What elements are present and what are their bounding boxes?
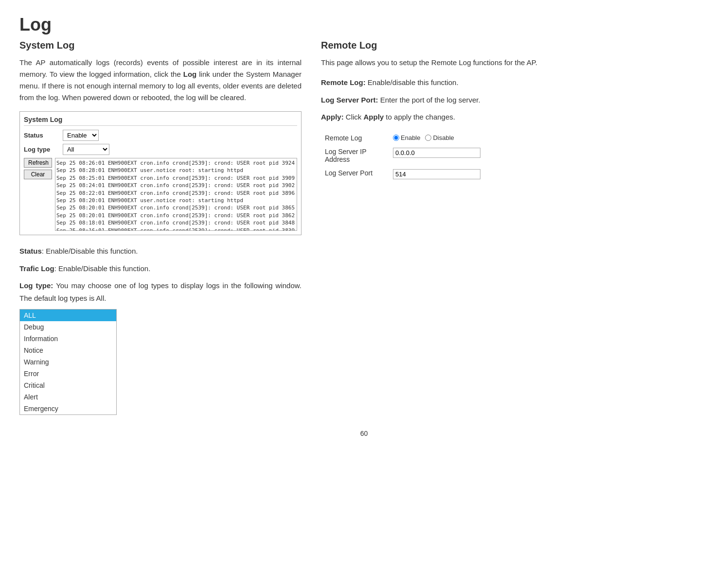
remote-log-table: Remote Log Enable Disable Lo bbox=[321, 131, 603, 182]
log-server-port-label: Log Server Port bbox=[321, 166, 389, 182]
dropdown-item[interactable]: Alert bbox=[20, 391, 116, 403]
disable-radio[interactable] bbox=[425, 135, 431, 141]
enable-radio[interactable] bbox=[393, 135, 399, 141]
log-server-ip-value bbox=[389, 145, 603, 166]
dropdown-item[interactable]: ALL bbox=[20, 310, 116, 321]
log-line: Sep 25 08:28:01 ENH900EXT user.notice ro… bbox=[56, 167, 296, 174]
refresh-button[interactable]: Refresh bbox=[24, 158, 52, 168]
dropdown-item[interactable]: Warning bbox=[20, 356, 116, 368]
disable-radio-label[interactable]: Disable bbox=[425, 134, 454, 141]
logtype-bold: Log type: bbox=[19, 281, 53, 290]
system-log-box-title: System Log bbox=[24, 116, 297, 126]
log-buttons: Refresh Clear bbox=[24, 158, 52, 179]
log-type-select[interactable]: All Debug Information Notice Warning Err… bbox=[63, 144, 109, 155]
page-number: 60 bbox=[19, 430, 709, 437]
remote-log-row: Remote Log Enable Disable bbox=[321, 131, 603, 145]
log-server-port-input[interactable] bbox=[393, 169, 480, 179]
remote-log-title: Remote Log bbox=[321, 40, 603, 51]
left-column: System Log The AP automatically logs (re… bbox=[19, 40, 302, 415]
page-title: Log bbox=[19, 15, 709, 35]
log-line: Sep 25 08:24:01 ENH900EXT cron.info cron… bbox=[56, 182, 296, 189]
log-server-ip-input[interactable] bbox=[393, 148, 480, 158]
system-log-description: The AP automatically logs (records) even… bbox=[19, 57, 302, 103]
dropdown-item[interactable]: Debug bbox=[20, 321, 116, 333]
remote-log-label-text: Remote Log: Enable/disable this function… bbox=[321, 76, 603, 89]
log-line: Sep 25 08:18:01 ENH900EXT cron.info cron… bbox=[56, 219, 296, 226]
log-line: Sep 25 08:16:01 ENH900EXT cron.info cron… bbox=[56, 227, 296, 231]
log-server-ip-row: Log Server IP Address bbox=[321, 145, 603, 166]
dropdown-item[interactable]: Notice bbox=[20, 345, 116, 356]
log-line: Sep 25 08:20:01 ENH900EXT user.notice ro… bbox=[56, 197, 296, 204]
log-area-wrapper: Refresh Clear Sep 25 08:26:01 ENH900EXT … bbox=[24, 158, 297, 231]
log-textarea: Sep 25 08:26:01 ENH900EXT cron.info cron… bbox=[55, 158, 297, 231]
remote-log-radio-group: Enable Disable bbox=[393, 134, 599, 141]
system-log-title: System Log bbox=[19, 40, 302, 51]
log-line: Sep 25 08:26:01 ENH900EXT cron.info cron… bbox=[56, 159, 296, 167]
status-select[interactable]: Enable Disable bbox=[63, 130, 99, 141]
log-type-dropdown[interactable]: ALLDebugInformationNoticeWarningErrorCri… bbox=[19, 309, 117, 415]
remote-log-cell-value: Enable Disable bbox=[389, 131, 603, 145]
log-line: Sep 25 08:20:01 ENH900EXT cron.info cron… bbox=[56, 212, 296, 219]
remote-log-description: This page allows you to setup the Remote… bbox=[321, 57, 603, 69]
apply-label-text: Apply: Click Apply to apply the changes. bbox=[321, 111, 603, 123]
log-server-port-row: Log Server Port bbox=[321, 166, 603, 182]
dropdown-item[interactable]: Emergency bbox=[20, 403, 116, 414]
status-section-text: Status: Enable/Disable this function. bbox=[19, 245, 302, 258]
status-label: Status bbox=[24, 132, 63, 139]
dropdown-item[interactable]: Critical bbox=[20, 379, 116, 391]
log-server-ip-label: Log Server IP Address bbox=[321, 145, 389, 166]
dropdown-item[interactable]: Information bbox=[20, 333, 116, 345]
logtype-section-text: Log type: You may choose one of log type… bbox=[19, 279, 302, 304]
trafic-section-text: Trafic Log: Enable/Disable this function… bbox=[19, 262, 302, 275]
trafic-bold: Trafic Log bbox=[19, 264, 54, 273]
log-type-row: Log type All Debug Information Notice Wa… bbox=[24, 144, 297, 155]
dropdown-item[interactable]: Error bbox=[20, 368, 116, 379]
remote-log-cell-label: Remote Log bbox=[321, 131, 389, 145]
log-server-port-label-text: Log Server Port: Enter the port of the l… bbox=[321, 94, 603, 106]
log-line: Sep 25 08:22:01 ENH900EXT cron.info cron… bbox=[56, 190, 296, 197]
log-server-port-value bbox=[389, 166, 603, 182]
right-column: Remote Log This page allows you to setup… bbox=[321, 40, 603, 182]
log-type-label: Log type bbox=[24, 146, 63, 153]
enable-radio-label[interactable]: Enable bbox=[393, 134, 420, 141]
log-line: Sep 25 08:25:01 ENH900EXT cron.info cron… bbox=[56, 174, 296, 182]
log-line: Sep 25 08:20:01 ENH900EXT cron.info cron… bbox=[56, 204, 296, 211]
system-log-box: System Log Status Enable Disable Log typ… bbox=[19, 111, 302, 235]
clear-button[interactable]: Clear bbox=[24, 170, 52, 179]
status-row: Status Enable Disable bbox=[24, 130, 297, 141]
status-bold: Status bbox=[19, 247, 42, 255]
